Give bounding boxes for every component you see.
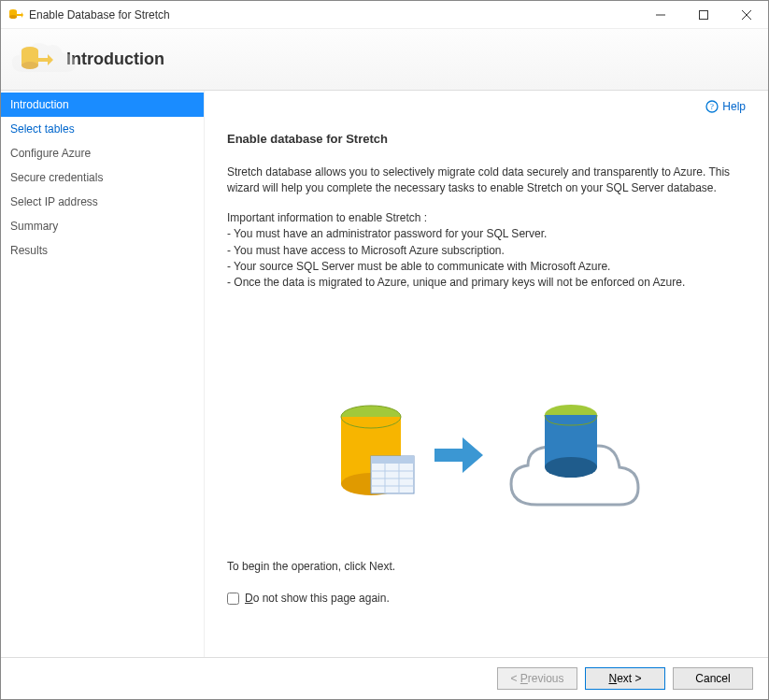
next-button[interactable]: Next > — [585, 667, 665, 690]
bullet-3: - Once the data is migrated to Azure, un… — [227, 275, 746, 291]
intro-paragraph: Stretch database allows you to selective… — [227, 164, 746, 197]
sidebar-item-introduction[interactable]: Introduction — [1, 93, 204, 117]
sidebar-item-label: Introduction — [10, 98, 69, 111]
titlebar: Enable Database for Stretch — [1, 1, 768, 29]
close-button[interactable] — [725, 1, 768, 28]
help-link[interactable]: ? Help — [705, 100, 746, 113]
sidebar-item-label: Select IP address — [10, 195, 98, 208]
maximize-button[interactable] — [682, 1, 725, 28]
important-label: Important information to enable Stretch … — [227, 210, 746, 226]
app-icon — [8, 7, 23, 22]
minimize-button[interactable] — [639, 1, 682, 28]
sidebar-item-summary: Summary — [1, 214, 204, 238]
bullet-0: - You must have an administrator passwor… — [227, 226, 746, 242]
svg-rect-3 — [700, 10, 708, 19]
window-controls — [639, 1, 768, 28]
cancel-label: Cancel — [695, 672, 730, 685]
content-pane: ? Help Enable database for Stretch Stret… — [205, 91, 768, 657]
body-text: Stretch database allows you to selective… — [227, 164, 746, 292]
svg-text:?: ? — [710, 102, 714, 111]
sidebar-item-configure-azure: Configure Azure — [1, 141, 204, 165]
window-title: Enable Database for Stretch — [29, 8, 639, 21]
sidebar-item-label: Summary — [10, 220, 58, 233]
dont-show-label: Do not show this page again. — [245, 592, 390, 605]
sidebar-item-select-tables[interactable]: Select tables — [1, 117, 204, 141]
sidebar-item-label: Results — [10, 244, 48, 257]
bullet-2: - Your source SQL Server must be able to… — [227, 259, 746, 275]
dont-show-checkbox[interactable] — [227, 593, 239, 605]
dont-show-checkbox-row[interactable]: Do not show this page again. — [227, 592, 746, 605]
sidebar: Introduction Select tables Configure Azu… — [1, 91, 205, 657]
sidebar-item-label: Configure Azure — [10, 147, 91, 160]
sidebar-item-select-ip: Select IP address — [1, 190, 204, 214]
begin-text: To begin the operation, click Next. — [227, 559, 746, 575]
cancel-button[interactable]: Cancel — [673, 667, 753, 690]
header-band: Introduction — [1, 29, 768, 91]
content-heading: Enable database for Stretch — [227, 132, 746, 146]
database-icon — [334, 404, 418, 507]
cloud-bg-icon — [5, 35, 89, 81]
previous-label: < Previous — [510, 672, 563, 685]
footer: < Previous Next > Cancel — [1, 657, 768, 699]
svg-rect-14 — [371, 456, 414, 464]
help-icon: ? — [705, 100, 719, 113]
sidebar-item-label: Select tables — [10, 122, 75, 136]
previous-button: < Previous — [497, 667, 577, 690]
azure-cloud-icon — [500, 394, 640, 516]
svg-point-2 — [9, 15, 17, 19]
illustration — [334, 394, 640, 516]
sidebar-item-results: Results — [1, 238, 204, 263]
svg-point-22 — [545, 457, 597, 478]
help-label: Help — [722, 100, 746, 113]
bullet-1: - You must have access to Microsoft Azur… — [227, 243, 746, 259]
sidebar-item-secure-credentials: Secure credentials — [1, 165, 204, 190]
sidebar-item-label: Secure credentials — [10, 171, 103, 184]
arrow-right-icon — [431, 432, 487, 479]
next-label: Next > — [608, 672, 641, 685]
main-area: Introduction Select tables Configure Azu… — [1, 91, 768, 657]
